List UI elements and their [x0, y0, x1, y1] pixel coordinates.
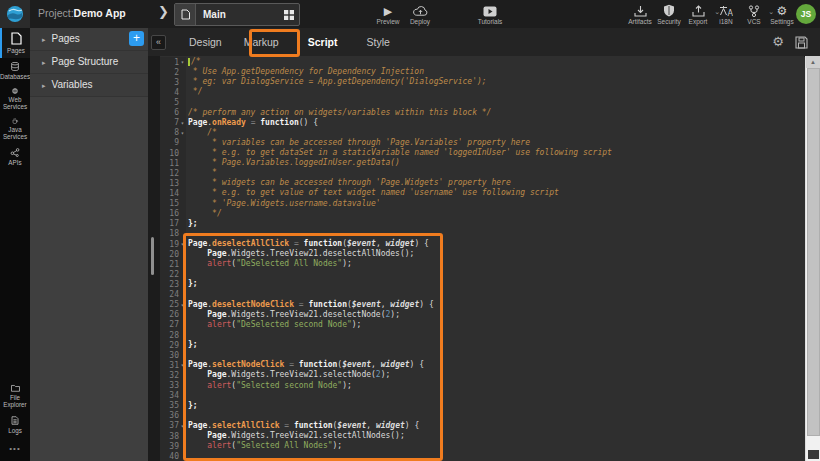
shield-icon: [652, 3, 686, 17]
line-number: 39: [160, 441, 186, 451]
code-line[interactable]: alert("Selected second Node");: [188, 381, 804, 391]
i18n-button[interactable]: A i18N: [712, 3, 740, 27]
panel-section-page-structure[interactable]: ▸Page Structure: [30, 51, 148, 74]
code-line[interactable]: Page.Widgets.TreeView21.deselectAllNodes…: [188, 249, 804, 259]
sidebar-item-logs[interactable]: Logs: [0, 412, 30, 438]
editor-scrollbar[interactable]: ▲: [805, 56, 820, 461]
code-line[interactable]: [188, 391, 804, 401]
code-line[interactable]: Page.deselectAllClick = function($event,…: [188, 239, 804, 249]
tab-script[interactable]: Script: [301, 33, 345, 51]
code-line[interactable]: /*: [188, 128, 804, 138]
fold-caret-icon[interactable]: ▾: [179, 423, 186, 429]
code-line[interactable]: [188, 350, 804, 360]
export-button[interactable]: Export ⌄: [682, 3, 714, 27]
code-line[interactable]: Page.selectAllClick = function($event, w…: [188, 421, 804, 431]
code-line[interactable]: * Use App.getDependency for Dependency I…: [188, 67, 804, 77]
tutorials-button[interactable]: Tutorials: [468, 3, 512, 27]
vcs-button[interactable]: VCS ⌄: [740, 3, 768, 27]
preview-button[interactable]: ▶ Preview: [370, 3, 406, 27]
code-line[interactable]: alert("Selected All Nodes");: [188, 441, 804, 451]
code-line[interactable]: * 'Page.Widgets.username.datavalue': [188, 199, 804, 209]
tab-markup[interactable]: Markup: [244, 36, 279, 48]
code-line[interactable]: * Page.Variables.loggedInUser.getData(): [188, 158, 804, 168]
code-line[interactable]: Page.Widgets.TreeView21.selectNode(2);: [188, 370, 804, 380]
add-page-button[interactable]: +: [129, 31, 144, 46]
scroll-up-arrow-icon[interactable]: ▲: [806, 56, 820, 68]
save-icon[interactable]: [795, 36, 808, 49]
line-number: 25▾: [160, 300, 186, 310]
code-line[interactable]: };: [188, 401, 804, 411]
code-line[interactable]: Page.selectNodeClick = function($event, …: [188, 360, 804, 370]
code-line[interactable]: * variables can be accessed through 'Pag…: [188, 138, 804, 148]
scrollbar-thumb[interactable]: [807, 68, 820, 436]
code-line[interactable]: Page.Widgets.TreeView21.selectAllNodes()…: [188, 431, 804, 441]
sidebar-item-java-services[interactable]: Java Services: [0, 114, 30, 144]
code-line[interactable]: /*: [188, 57, 804, 67]
line-number: 2: [160, 67, 186, 77]
code-line[interactable]: alert("DeSelected All Nodes");: [188, 259, 804, 269]
fold-caret-icon[interactable]: ▾: [179, 302, 186, 308]
code-line[interactable]: [188, 290, 804, 300]
line-number: 15: [160, 199, 186, 209]
code-line[interactable]: * e.g. to get dataSet in a staticVariabl…: [188, 148, 804, 158]
code-line[interactable]: };: [188, 279, 804, 289]
settings-button[interactable]: ⚙ Settings ⌄: [766, 3, 798, 27]
line-number: 14: [160, 188, 186, 198]
code-line[interactable]: * eg: var DialogService = App.getDepende…: [188, 77, 804, 87]
translate-icon: A: [712, 3, 740, 17]
sidebar-overflow-dots[interactable]: •••: [0, 438, 30, 461]
script-editor[interactable]: 1▾2 3 4 5 6 7▾8▾9 10 11 12 13 14 15 16 1…: [160, 56, 804, 461]
sidebar-item-file-explorer[interactable]: File Explorer: [0, 380, 30, 412]
code-line[interactable]: [188, 330, 804, 340]
code-line[interactable]: [188, 229, 804, 239]
sidebar-item-web-services[interactable]: Web Services: [0, 84, 30, 114]
nav-chevron-icon[interactable]: ❯: [158, 4, 169, 19]
line-number: 24: [160, 290, 186, 300]
code-line[interactable]: };: [188, 340, 804, 350]
security-button[interactable]: Security: [652, 3, 686, 27]
code-line[interactable]: alert("DeSelected second Node");: [188, 320, 804, 330]
script-settings-gear-icon[interactable]: ⚙: [772, 34, 784, 49]
collapse-panel-button[interactable]: «: [151, 35, 166, 50]
page-tab-main[interactable]: Main: [174, 3, 300, 26]
code-line[interactable]: [188, 269, 804, 279]
scrollbar-thumb[interactable]: [151, 237, 154, 275]
user-avatar[interactable]: JS: [796, 4, 816, 24]
editor-left-scrollbar[interactable]: [148, 56, 160, 461]
code-line[interactable]: [188, 411, 804, 421]
code-line[interactable]: };: [188, 219, 804, 229]
code-line[interactable]: Page.deselectNodeClick = function($event…: [188, 300, 804, 310]
line-number: 1▾: [160, 57, 186, 67]
panel-section-pages[interactable]: ▸Pages +: [30, 28, 148, 51]
fold-caret-icon[interactable]: ▾: [179, 362, 186, 368]
line-number: 38: [160, 431, 186, 441]
code-line[interactable]: [188, 97, 804, 107]
fold-caret-icon[interactable]: ▾: [179, 130, 186, 136]
gear-icon: ⚙: [766, 3, 798, 17]
line-number: 35: [160, 401, 186, 411]
sidebar-item-databases[interactable]: Databases: [0, 58, 30, 84]
code-line[interactable]: /* perform any action on widgets/variabl…: [188, 108, 804, 118]
code-lines[interactable]: /* * Use App.getDependency for Dependenc…: [188, 57, 804, 461]
code-line[interactable]: */: [188, 87, 804, 97]
tab-style[interactable]: Style: [366, 36, 389, 48]
code-line[interactable]: Page.Widgets.TreeView21.deselectNode(2);: [188, 310, 804, 320]
sidebar-item-apis[interactable]: APIs: [0, 144, 30, 170]
tab-design[interactable]: Design: [189, 36, 222, 48]
fold-caret-icon[interactable]: ▾: [179, 59, 186, 65]
line-number: 10: [160, 148, 186, 158]
line-number: 12: [160, 168, 186, 178]
sidebar-item-pages[interactable]: Pages: [0, 28, 30, 58]
code-line[interactable]: Page.onReady = function() {: [188, 118, 804, 128]
code-line[interactable]: [188, 451, 804, 461]
code-line[interactable]: * widgets can be accessed through 'Page.…: [188, 178, 804, 188]
code-line[interactable]: * e.g. to get value of text widget named…: [188, 188, 804, 198]
fold-caret-icon[interactable]: ▾: [179, 241, 186, 247]
app-logo[interactable]: [0, 0, 30, 28]
code-line[interactable]: *: [188, 168, 804, 178]
grid-icon[interactable]: [279, 10, 299, 20]
deploy-button[interactable]: Deploy: [402, 3, 438, 27]
code-line[interactable]: */: [188, 209, 804, 219]
fold-caret-icon[interactable]: ▾: [179, 120, 186, 126]
panel-section-variables[interactable]: ▸Variables: [30, 74, 148, 97]
